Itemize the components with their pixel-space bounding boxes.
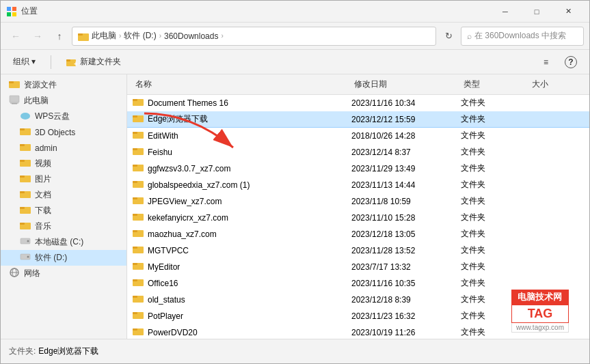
- table-row[interactable]: globalspeedxia_xz7.com (1) 2023/11/13 14…: [127, 177, 589, 193]
- table-row[interactable]: maozhua_xz7.com 2023/12/18 13:05 文件夹: [127, 226, 589, 242]
- breadcrumb-drive[interactable]: 软件 (D:): [124, 30, 156, 42]
- sidebar-item-admin[interactable]: admin: [1, 140, 126, 156]
- file-name: Office16: [148, 279, 178, 288]
- back-button[interactable]: ←: [6, 27, 25, 46]
- sidebar-item-drive-c[interactable]: 本地磁盘 (C:): [1, 234, 126, 250]
- file-name: ggfwzsv3.0.7_xz7.com: [148, 164, 230, 173]
- svg-rect-30: [20, 223, 25, 225]
- svg-rect-1: [12, 7, 16, 11]
- file-type: 文件夹: [461, 212, 529, 223]
- sidebar-item-pictures[interactable]: 图片: [1, 171, 126, 187]
- toolbar: 组织 ▾ + 新建文件夹 ≡ ?: [1, 50, 589, 74]
- maximize-button[interactable]: □: [521, 1, 552, 23]
- table-row[interactable]: kekefanyicrx_xz7.com 2023/11/10 15:28 文件…: [127, 210, 589, 226]
- svg-point-32: [27, 240, 29, 242]
- sidebar-item-wps-cloud[interactable]: WPS云盘: [1, 109, 126, 124]
- sidebar-item-music[interactable]: 音乐: [1, 219, 126, 234]
- file-date: 2023/11/29 13:49: [351, 164, 461, 173]
- file-name: globalspeedxia_xz7.com (1): [148, 180, 250, 190]
- view-icon: ≡: [544, 57, 548, 67]
- breadcrumb-pc[interactable]: 此电脑: [92, 30, 116, 42]
- sidebar-item-downloads[interactable]: 下载: [1, 203, 126, 219]
- table-row[interactable]: PotPlayer 2023/11/23 16:32 文件夹: [127, 308, 589, 324]
- svg-rect-57: [133, 247, 137, 249]
- svg-rect-3: [12, 12, 16, 16]
- sidebar-item-this-pc[interactable]: 此电脑: [1, 93, 126, 109]
- file-date: 2023/12/18 13:05: [351, 229, 461, 239]
- sidebar-icon-downloads: [20, 205, 31, 216]
- table-row[interactable]: MyEditor 2023/7/17 13:32 文件夹: [127, 259, 589, 275]
- svg-rect-11: [10, 96, 19, 102]
- sidebar-item-documents[interactable]: 文档: [1, 187, 126, 203]
- col-name[interactable]: 名称: [133, 77, 351, 92]
- file-name: kekefanyicrx_xz7.com: [148, 213, 228, 223]
- title-bar: 位置 ─ □ ✕: [1, 1, 589, 23]
- col-type[interactable]: 类型: [461, 77, 529, 92]
- table-row[interactable]: Document Themes 16 2023/11/16 10:34 文件夹: [127, 95, 589, 111]
- file-folder-icon: [133, 326, 144, 338]
- file-type: 文件夹: [461, 113, 529, 125]
- organize-button[interactable]: 组织 ▾: [6, 53, 42, 72]
- forward-button[interactable]: →: [28, 27, 47, 46]
- file-date: 2023/12/14 8:37: [351, 148, 461, 157]
- sidebar-label-3d-objects: 3D Objects: [35, 128, 75, 137]
- svg-rect-10: [9, 81, 14, 83]
- file-date: 2023/12/12 15:59: [351, 115, 461, 124]
- table-row[interactable]: EditWith 2018/10/26 14:28 文件夹: [127, 128, 589, 144]
- svg-rect-51: [133, 197, 137, 199]
- table-row[interactable]: Feishu 2023/12/14 8:37 文件夹: [127, 144, 589, 160]
- search-box[interactable]: ⌕ 在 360Downloads 中搜索: [461, 27, 584, 46]
- sidebar-item-3d-objects[interactable]: 3D Objects: [1, 124, 126, 140]
- toolbar-separator: [51, 55, 51, 69]
- file-name: PowerDVD20: [148, 328, 198, 337]
- svg-rect-20: [20, 144, 25, 146]
- window-controls: ─ □ ✕: [490, 1, 584, 23]
- file-name: PotPlayer: [148, 311, 183, 321]
- file-list: 名称 修改日期 类型 大小 Document Themes 16 2023/11…: [127, 74, 589, 339]
- svg-rect-24: [20, 176, 25, 178]
- new-folder-button[interactable]: + 新建文件夹: [59, 53, 128, 72]
- svg-rect-67: [133, 328, 137, 331]
- sidebar-item-resources[interactable]: 资源文件: [1, 77, 126, 93]
- svg-rect-61: [133, 279, 137, 281]
- close-button[interactable]: ✕: [552, 1, 584, 23]
- sidebar-item-network[interactable]: 网络: [1, 266, 126, 281]
- sidebar-label-downloads: 下载: [35, 205, 51, 216]
- table-row[interactable]: Edge浏览器下载 2023/12/12 15:59 文件夹: [127, 111, 589, 128]
- file-type: 文件夹: [461, 195, 529, 207]
- explorer-window: 位置 ─ □ ✕ ← → ↑ 此电脑 › 软件 (D:) › 360Downlo…: [0, 0, 590, 364]
- sidebar-icon-resources: [9, 79, 20, 91]
- help-icon: ?: [565, 56, 577, 68]
- minimize-button[interactable]: ─: [490, 1, 521, 23]
- sidebar-label-documents: 文档: [35, 189, 51, 201]
- file-name-cell: MyEditor: [133, 260, 351, 273]
- view-button[interactable]: ≡: [537, 53, 555, 72]
- table-row[interactable]: MGTVPCC 2023/11/28 13:52 文件夹: [127, 242, 589, 259]
- sidebar-item-drive-d[interactable]: 软件 (D:): [1, 250, 126, 266]
- file-date: 2023/11/16 10:35: [351, 279, 461, 288]
- breadcrumb-folder[interactable]: 360Downloads: [164, 31, 218, 41]
- file-folder-icon: [133, 163, 144, 174]
- breadcrumb[interactable]: 此电脑 › 软件 (D:) › 360Downloads ›: [72, 27, 436, 46]
- sidebar-icon-network: [9, 268, 20, 279]
- col-date[interactable]: 修改日期: [351, 77, 461, 92]
- svg-point-15: [21, 114, 25, 117]
- table-row[interactable]: JPEGView_xz7.com 2023/11/8 10:59 文件夹: [127, 193, 589, 210]
- sidebar-label-admin: admin: [35, 143, 57, 153]
- col-size[interactable]: 大小: [529, 77, 584, 92]
- sidebar-item-videos[interactable]: 视频: [1, 156, 126, 171]
- breadcrumb-folder-icon: [78, 31, 89, 41]
- sidebar-label-this-pc: 此电脑: [24, 95, 49, 107]
- table-row[interactable]: old_status 2023/12/18 8:39 文件夹: [127, 292, 589, 308]
- up-button[interactable]: ↑: [50, 27, 69, 46]
- file-name: JPEGView_xz7.com: [148, 197, 222, 206]
- help-button[interactable]: ?: [558, 53, 584, 72]
- refresh-button[interactable]: ↻: [439, 27, 458, 46]
- table-row[interactable]: Office16 2023/11/16 10:35 文件夹: [127, 275, 589, 292]
- file-type: 文件夹: [461, 277, 529, 289]
- svg-rect-39: [133, 99, 137, 101]
- svg-rect-0: [7, 7, 11, 11]
- file-type: 文件夹: [461, 163, 529, 174]
- table-row[interactable]: PowerDVD20 2023/10/19 11:26 文件夹: [127, 324, 589, 339]
- table-row[interactable]: ggfwzsv3.0.7_xz7.com 2023/11/29 13:49 文件…: [127, 160, 589, 177]
